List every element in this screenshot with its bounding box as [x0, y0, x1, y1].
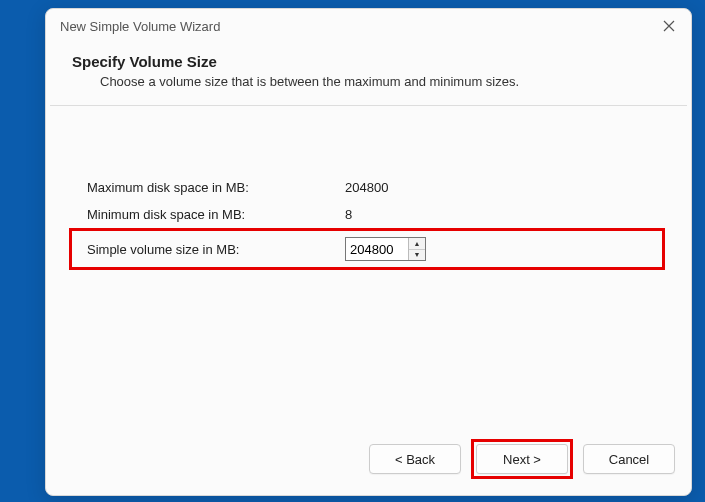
page-subtitle: Choose a volume size that is between the… — [72, 74, 665, 89]
wizard-dialog: New Simple Volume Wizard Specify Volume … — [45, 8, 692, 496]
close-icon[interactable] — [661, 18, 677, 34]
button-row: < Back Next > Cancel — [46, 429, 691, 495]
spinner-buttons: ▲ ▼ — [408, 238, 425, 260]
min-size-row: Minimum disk space in MB: 8 — [72, 201, 665, 228]
max-size-row: Maximum disk space in MB: 204800 — [72, 174, 665, 201]
titlebar: New Simple Volume Wizard — [46, 9, 691, 40]
window-title: New Simple Volume Wizard — [60, 19, 661, 34]
min-size-value: 8 — [345, 207, 352, 222]
max-size-label: Maximum disk space in MB: — [72, 180, 345, 195]
next-button[interactable]: Next > — [476, 444, 568, 474]
max-size-value: 204800 — [345, 180, 388, 195]
next-button-highlight: Next > — [471, 439, 573, 479]
min-size-label: Minimum disk space in MB: — [72, 207, 345, 222]
page-title: Specify Volume Size — [72, 53, 665, 70]
size-input-row: Simple volume size in MB: ▲ ▼ — [69, 228, 665, 270]
spinner-down-icon[interactable]: ▼ — [409, 250, 425, 261]
wizard-header: Specify Volume Size Choose a volume size… — [46, 40, 691, 99]
spinner-up-icon[interactable]: ▲ — [409, 238, 425, 250]
size-input-label: Simple volume size in MB: — [72, 242, 345, 257]
size-input[interactable] — [346, 238, 408, 260]
back-button[interactable]: < Back — [369, 444, 461, 474]
content-area: Maximum disk space in MB: 204800 Minimum… — [46, 106, 691, 429]
size-spinner: ▲ ▼ — [345, 237, 426, 261]
cancel-button[interactable]: Cancel — [583, 444, 675, 474]
